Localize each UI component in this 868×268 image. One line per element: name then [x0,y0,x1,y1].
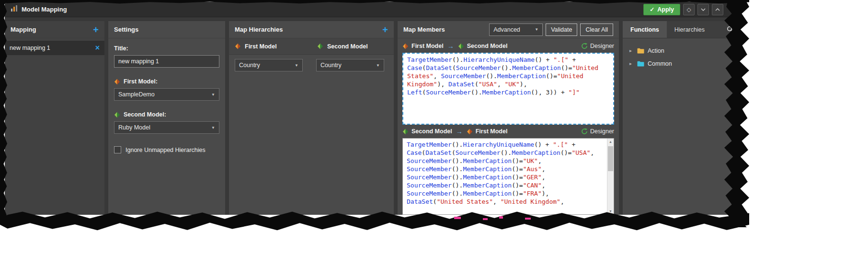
screenshot-artifact [525,218,531,220]
chevron-down-icon: ▼ [295,63,298,68]
diamond-button[interactable]: ◇ [683,4,695,15]
map-members-body: First Model → Second Model Designer [398,38,619,215]
chevron-down-icon: ▼ [211,126,215,130]
editor-scrollbar[interactable]: ▲ ▼ [607,139,614,214]
scrollbar-thumb[interactable] [608,146,613,171]
app-logo-icon [11,5,18,14]
title-input[interactable] [114,55,219,68]
expand-button[interactable] [712,4,723,15]
add-hierarchy-button[interactable]: + [382,25,388,35]
mode-select[interactable]: Advanced ▼ [489,23,543,36]
map-members-header: Map Members Advanced ▼ Validate Clear Al… [398,21,619,38]
second-model-icon [402,128,409,135]
first-model-icon [114,79,120,85]
apply-label: Apply [657,6,674,13]
titlebar: Model Mapping ✓ Apply ◇ [5,2,739,17]
mapping-item-label: new mapping 1 [10,45,50,51]
search-button[interactable] [721,21,739,38]
map-hierarchies-title: Map Hierarchies [235,26,283,33]
first-model-icon [235,43,241,49]
hierarchy-mapping-row: Country ▼ Country ▼ × [229,55,394,71]
second-model-value: Ruby Model [118,124,150,131]
arrow-right-icon: → [455,128,464,135]
tree-item-common[interactable]: ▸ Common [623,57,739,70]
title-label: Title: [114,45,219,52]
validate-button[interactable]: Validate [546,23,577,36]
second-model-icon [114,112,120,118]
hierarchy-column-headers: First Model Second Model [229,38,394,55]
functions-tabbar: Functions Hierarchies [623,21,739,38]
first-model-label: First Model: [124,78,158,85]
second-model-column-header: Second Model [311,43,394,50]
ignore-unmapped-checkbox[interactable]: Ignore Unmapped Hierarchies [114,146,219,153]
forward-designer-link[interactable]: Designer [581,43,614,49]
functions-tree: ▸ Action ▸ Common [623,38,739,76]
search-icon [727,26,734,33]
add-mapping-button[interactable]: + [93,25,99,35]
mapping-list-item[interactable]: new mapping 1 × [5,41,104,55]
arrow-right-icon: → [446,42,455,50]
tab-functions[interactable]: Functions [623,21,667,38]
workspace: Mapping + new mapping 1 × Settings Title… [5,17,739,215]
reverse-editor-wrap: TargetMember().HierarchyUniqueName() + "… [402,138,614,215]
second-hierarchy-select[interactable]: Country ▼ [316,59,384,71]
diamond-icon: ◇ [686,6,691,13]
chevron-down-icon: ▼ [376,63,380,68]
second-hierarchy-value: Country [320,62,342,69]
reverse-expression-editor[interactable]: TargetMember().HierarchyUniqueName() + "… [402,138,614,215]
designer-icon [581,128,588,135]
designer-icon [581,43,588,49]
settings-panel: Settings Title: First Model: SampleDemo … [108,21,225,215]
map-members-controls: Advanced ▼ Validate Clear All [489,23,613,36]
first-model-column-header: First Model [229,43,311,50]
second-model-icon [458,43,464,49]
designer-label: Designer [590,128,614,135]
mapping-panel-header: Mapping + [5,21,104,38]
designer-label: Designer [590,43,614,49]
first-hierarchy-value: Country [239,62,260,69]
reverse-from-label: Second Model [411,128,452,135]
delete-mapping-icon[interactable]: × [95,44,100,52]
forward-direction-row: First Model → Second Model Designer [402,39,614,53]
chevron-up-icon [715,8,720,11]
scroll-up-icon[interactable]: ▲ [607,139,614,145]
apply-button[interactable]: ✓ Apply [643,4,680,15]
expander-icon[interactable]: ▸ [629,61,634,66]
folder-icon [637,48,644,54]
forward-from-label: First Model [411,43,444,49]
map-members-panel: Map Members Advanced ▼ Validate Clear Al… [398,21,619,215]
forward-to-label: Second Model [467,43,508,49]
reverse-direction-row: Second Model → First Model Designer [402,125,614,138]
tab-hierarchies[interactable]: Hierarchies [667,21,712,38]
second-model-label: Second Model: [124,111,166,118]
collapse-button[interactable] [697,4,709,15]
settings-form: Title: First Model: SampleDemo ▼ [108,38,225,160]
settings-panel-header: Settings [108,21,225,38]
model-mapping-window: Model Mapping ✓ Apply ◇ [5,2,739,215]
reverse-to-label: First Model [476,128,508,135]
first-model-icon [467,128,473,135]
clear-all-button[interactable]: Clear All [580,23,613,36]
tree-item-action[interactable]: ▸ Action [623,44,739,57]
second-model-select[interactable]: Ruby Model ▼ [114,121,219,134]
checkbox-icon[interactable] [114,146,121,153]
reverse-designer-link[interactable]: Designer [581,128,614,135]
mapping-panel: Mapping + new mapping 1 × [5,21,104,215]
window-title: Model Mapping [22,6,67,13]
titlebar-actions: ✓ Apply ◇ [643,4,730,15]
chevron-down-icon: ▼ [211,93,215,97]
first-model-value: SampleDemo [118,91,155,98]
first-model-column-label: First Model [245,43,277,50]
first-model-select[interactable]: SampleDemo ▼ [114,88,219,101]
mapping-panel-title: Mapping [11,26,36,33]
folder-icon [637,61,644,67]
map-hierarchies-panel: Map Hierarchies + First Model Secon [229,21,394,215]
expander-icon[interactable]: ▸ [629,48,634,53]
tree-item-label: Action [648,47,664,54]
forward-expression-editor[interactable]: TargetMember().HierarchyUniqueName() + "… [402,53,614,125]
scroll-down-icon[interactable]: ▼ [607,208,614,214]
chevron-down-icon: ▼ [535,27,538,32]
map-members-title: Map Members [403,26,445,33]
first-hierarchy-select[interactable]: Country ▼ [235,59,303,71]
screenshot-artifact [499,216,503,219]
